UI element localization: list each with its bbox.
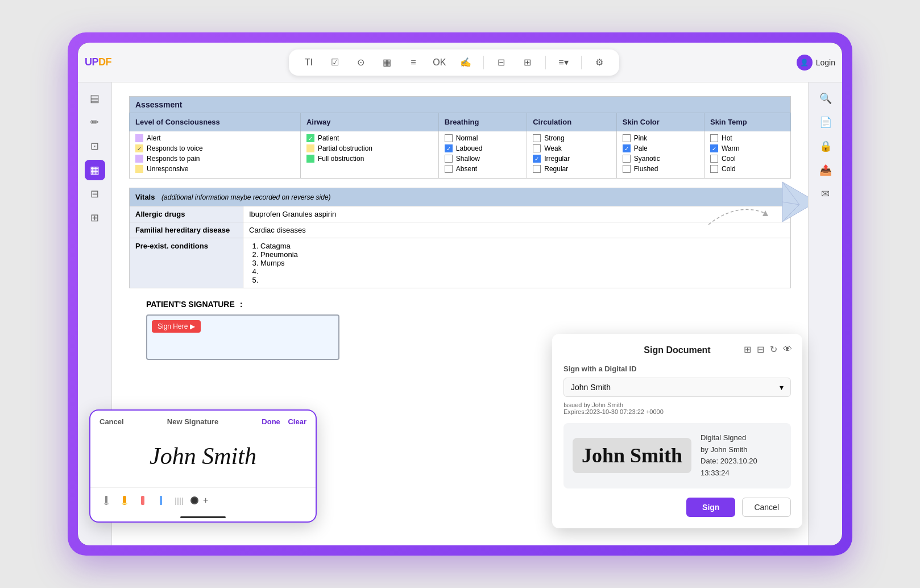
checkbox-absent[interactable]: Absent [445,165,521,173]
doc-content: Assessment Level of Consciousness Airway… [112,82,808,374]
sig-done-button[interactable]: Done [262,417,280,426]
vitals-label: Vitals [135,193,155,201]
lock-icon[interactable]: 🔒 [815,136,836,156]
checkbox-weak-box[interactable] [533,144,541,152]
checkbox-regular[interactable]: Regular [533,165,611,173]
checkbox-patient-box[interactable]: ✓ [306,134,314,142]
checkbox-responds-voice[interactable]: ✓ Responds to voice [135,144,295,152]
share-icon[interactable]: 📤 [815,160,836,180]
checkbox-full-box[interactable] [306,155,314,163]
settings-icon[interactable]: ⚙ [591,54,608,71]
checkbox-regular-box[interactable] [533,165,541,173]
top-bar: UPDF TI ☑ ⊙ ▦ ≡ OK ✍ ⊟ ⊞ ≡▾ ⚙ [78,43,842,82]
digital-id-select[interactable]: John Smith ▾ [563,378,791,397]
checkbox-syanotic[interactable]: Syanotic [623,155,698,163]
form-icon[interactable]: ⊟ [493,54,510,71]
checkbox-laboued[interactable]: ✓ Laboued [445,144,521,152]
checkbox-syanotic-box[interactable] [623,155,631,163]
checkbox-pale-box[interactable]: ✓ [623,144,631,152]
text-icon[interactable]: TI [300,54,317,71]
signature-panel-header: Cancel New Signature Done Clear [90,411,316,430]
checkbox-cold-box[interactable] [710,165,718,173]
checkbox-strong-box[interactable] [533,134,541,142]
ocr-icon[interactable]: 📄 [815,112,836,132]
sidebar-form-icon[interactable]: ▦ [85,160,105,180]
align-icon[interactable]: ≡▾ [555,54,572,71]
search-icon[interactable]: 🔍 [815,88,836,109]
sign-here-button[interactable]: Sign Here ▶ [152,320,201,333]
checkbox-warm-box[interactable]: ✓ [710,144,718,152]
checkbox-normal-box[interactable] [445,134,453,142]
checkbox-responds-pain[interactable]: Responds to pain [135,155,295,163]
mail-icon[interactable]: ✉ [815,184,836,204]
label-laboued: Laboued [456,144,483,152]
checkbox-full-obstruction[interactable]: Full obstruction [306,155,433,163]
checkbox-flushed[interactable]: Flushed [623,165,698,173]
sidebar-crop-icon[interactable]: ⊞ [85,208,105,228]
import-id-icon[interactable]: ⊟ [757,344,764,355]
checkbox-cool[interactable]: Cool [710,155,785,163]
checkbox-weak[interactable]: Weak [533,144,611,152]
checkbox-pale[interactable]: ✓ Pale [623,144,698,152]
pen-3[interactable] [136,494,150,507]
refresh-icon[interactable]: ↻ [770,344,777,355]
list-icon[interactable]: ≡ [405,54,422,71]
cancel-sign-button[interactable]: Cancel [742,498,791,517]
pen-4[interactable] [154,494,168,507]
checkbox-unresponsive[interactable]: Unresponsive [135,165,295,173]
signature-panel: Cancel New Signature Done Clear John Smi… [89,409,317,523]
checkbox-absent-box[interactable] [445,165,453,173]
label-partial: Partial obstruction [318,144,372,152]
checkbox-alert-box[interactable] [135,134,143,142]
label-flushed: Flushed [634,165,658,173]
sig-clear-button[interactable]: Clear [288,417,306,426]
checkbox-irregular[interactable]: ✓ Irregular [533,155,611,163]
pen-5[interactable] [172,494,186,507]
checkbox-normal[interactable]: Normal [445,134,521,142]
login-button[interactable]: 👤 Login [797,55,835,71]
checkbox-responds-pain-box[interactable] [135,155,143,163]
checkbox-flushed-box[interactable] [623,165,631,173]
checkbox-cool-box[interactable] [710,155,718,163]
checkbox-hot-box[interactable] [710,134,718,142]
checkbox-icon[interactable]: ☑ [326,54,343,71]
checkbox-cold[interactable]: Cold [710,165,785,173]
checkbox-partial[interactable]: Partial obstruction [306,144,433,152]
sidebar-pages-icon[interactable]: ▤ [85,88,105,109]
sign-button[interactable]: Sign [686,498,735,517]
allergic-drugs-value: Ibuprofen Granules aspirin [243,206,791,222]
sidebar-pen-icon[interactable]: ✏ [85,112,105,132]
radio-icon[interactable]: ⊙ [353,54,370,71]
checkbox-strong[interactable]: Strong [533,134,611,142]
create-id-icon[interactable]: ⊞ [744,344,751,355]
sig-cancel-button[interactable]: Cancel [100,417,124,426]
checkbox-irregular-box[interactable]: ✓ [533,155,541,163]
sidebar-page2-icon[interactable]: ⊡ [85,136,105,156]
patient-signature-label: PATIENT'S SIGNATURE ： [146,300,774,310]
pen-2[interactable] [118,494,131,507]
checkbox-alert[interactable]: Alert [135,134,295,142]
checkbox-laboued-box[interactable]: ✓ [445,144,453,152]
checkbox-hot[interactable]: Hot [710,134,785,142]
checkbox-pink[interactable]: Pink [623,134,698,142]
ok-icon[interactable]: OK [431,54,448,71]
checkbox-patient[interactable]: ✓ Patient [306,134,433,142]
grid-icon[interactable]: ⊞ [519,54,536,71]
familial-value: Cardiac diseases [243,222,791,238]
sign-icon[interactable]: ✍ [457,54,474,71]
divider-3 [581,56,582,69]
eye-icon[interactable]: 👁 [783,344,792,355]
combo-icon[interactable]: ▦ [379,54,396,71]
pen-1[interactable] [100,494,113,507]
sidebar-copy-icon[interactable]: ⊟ [85,184,105,204]
checkbox-shallow-box[interactable] [445,155,453,163]
checkbox-unresponsive-box[interactable] [135,165,143,173]
checkbox-partial-box[interactable] [306,144,314,152]
checkbox-shallow[interactable]: Shallow [445,155,521,163]
checkbox-responds-voice-box[interactable]: ✓ [135,144,143,152]
signature-drawing-area[interactable]: John Smith [90,430,316,487]
color-picker[interactable] [190,496,198,504]
checkbox-warm[interactable]: ✓ Warm [710,144,785,152]
checkbox-pink-box[interactable] [623,134,631,142]
add-color-btn[interactable]: + [203,495,208,506]
